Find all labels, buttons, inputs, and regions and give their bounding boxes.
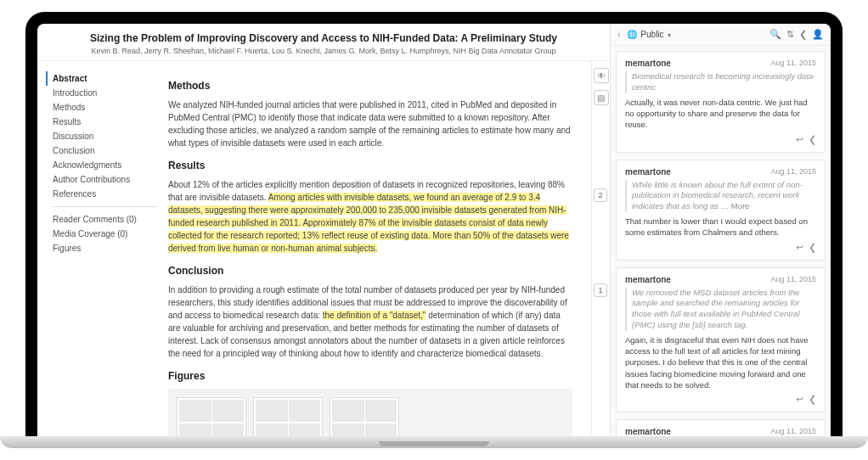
annotation-quote: While little is known about the full ext… xyxy=(625,180,816,212)
toc-item-introduction[interactable]: Introduction xyxy=(53,86,156,100)
reply-icon[interactable]: ↩ xyxy=(796,134,803,144)
annotation-user[interactable]: memartone xyxy=(625,427,671,436)
annotation-date: Aug 11, 2015 xyxy=(770,275,816,284)
sort-icon[interactable]: ⇅ xyxy=(786,29,794,40)
toc-item-reader-comments[interactable]: Reader Comments (0) xyxy=(53,212,156,227)
toc-item-discussion[interactable]: Discussion xyxy=(53,129,156,143)
toc-item-conclusion[interactable]: Conclusion xyxy=(53,143,156,158)
visibility-dropdown[interactable]: Public ▾ xyxy=(640,30,671,39)
share-icon[interactable]: ❮ xyxy=(809,134,816,144)
article-body: Methods We analyzed NIH-funded journal a… xyxy=(165,61,591,436)
toc-item-abstract[interactable]: Abstract xyxy=(46,71,156,86)
figure-thumbnail[interactable] xyxy=(253,397,323,436)
annotation-rail: 👁 ▤ 2 1 xyxy=(591,61,610,436)
annotation-user[interactable]: memartone xyxy=(625,275,671,284)
section-heading-results: Results xyxy=(168,158,572,173)
annotation-card[interactable]: memartoneAug 11, 2015While little is kno… xyxy=(616,160,826,261)
annotation-count-badge[interactable]: 1 xyxy=(594,283,607,297)
search-icon[interactable]: 🔍 xyxy=(769,29,781,40)
toc-item-author-contributions[interactable]: Author Contributions xyxy=(53,172,156,187)
results-paragraph: About 12% of the articles explicitly men… xyxy=(168,178,572,255)
annotation-card[interactable]: memartoneAug 11, 2015We selected the NIH… xyxy=(616,419,826,436)
annotation-card[interactable]: memartoneAug 11, 2015Biomedical research… xyxy=(616,51,826,153)
annotation-quote: We removed the MSD dataset articles from… xyxy=(625,288,816,331)
annotation-date: Aug 11, 2015 xyxy=(770,59,816,68)
reply-icon[interactable]: ↩ xyxy=(796,242,803,252)
article-header: Sizing the Problem of Improving Discover… xyxy=(37,24,610,61)
toc-item-media-coverage[interactable]: Media Coverage (0) xyxy=(53,227,156,241)
conclusion-paragraph: In addition to providing a rough estimat… xyxy=(168,283,572,360)
main-column: Sizing the Problem of Improving Discover… xyxy=(37,24,610,436)
figure-thumbnail[interactable] xyxy=(177,397,246,436)
annotation-user[interactable]: memartone xyxy=(625,167,671,177)
eye-icon[interactable]: 👁 xyxy=(594,68,609,83)
annotation-user[interactable]: memartone xyxy=(625,59,671,68)
section-heading-conclusion: Conclusion xyxy=(168,263,572,278)
figure-thumbnail[interactable] xyxy=(330,397,399,436)
share-icon[interactable]: ❮ xyxy=(799,29,807,40)
chevron-down-icon: ▾ xyxy=(668,31,671,39)
toc-item-figures[interactable]: Figures xyxy=(53,241,156,255)
annotation-body: Again, it is disgraceful that even NIH d… xyxy=(625,334,816,390)
more-link[interactable]: … More xyxy=(719,201,749,210)
toc-item-acknowledgments[interactable]: Acknowledgments xyxy=(53,158,156,172)
article-title: Sizing the Problem of Improving Discover… xyxy=(44,32,603,44)
section-heading-figures: Figures xyxy=(168,368,572,384)
section-heading-methods: Methods xyxy=(168,78,572,93)
share-icon[interactable]: ❮ xyxy=(809,394,816,404)
annotation-quote: Biomedical research is becoming increasi… xyxy=(625,71,816,93)
toc-item-results[interactable]: Results xyxy=(53,115,156,129)
annotation-body: Actually, it was never non-data centric.… xyxy=(625,97,816,131)
highlighted-text[interactable]: the definition of a "dataset," xyxy=(323,311,426,320)
annotation-count-badge[interactable]: 2 xyxy=(594,188,607,202)
collapse-sidebar-icon[interactable]: ‹ xyxy=(617,30,620,39)
account-icon[interactable]: 👤 xyxy=(812,29,824,40)
toc-item-references[interactable]: References xyxy=(53,187,156,201)
share-icon[interactable]: ❮ xyxy=(809,242,816,252)
note-icon[interactable]: ▤ xyxy=(594,90,609,105)
annotation-card[interactable]: memartoneAug 11, 2015We removed the MSD … xyxy=(616,267,826,413)
table-of-contents: Abstract Introduction Methods Results Di… xyxy=(37,61,165,436)
annotation-date: Aug 11, 2015 xyxy=(770,427,816,436)
article-authors: Kevin B. Read, Jerry R. Sheehan, Michael… xyxy=(44,47,603,55)
annotation-date: Aug 11, 2015 xyxy=(770,167,816,177)
annotation-sidebar: ‹ 🌐 Public ▾ 🔍 ⇅ ❮ 👤 memartoneAug 11, 20… xyxy=(610,24,831,436)
methods-paragraph: We analyzed NIH-funded journal articles … xyxy=(168,98,572,149)
reply-icon[interactable]: ↩ xyxy=(796,394,803,404)
toc-item-methods[interactable]: Methods xyxy=(53,100,156,115)
sidebar-toolbar: ‹ 🌐 Public ▾ 🔍 ⇅ ❮ 👤 xyxy=(611,24,831,46)
globe-icon: 🌐 xyxy=(627,30,637,39)
figures-carousel xyxy=(168,389,572,436)
annotation-list: memartoneAug 11, 2015Biomedical research… xyxy=(611,46,831,436)
annotation-body: That number is lower than I would expect… xyxy=(625,216,816,238)
